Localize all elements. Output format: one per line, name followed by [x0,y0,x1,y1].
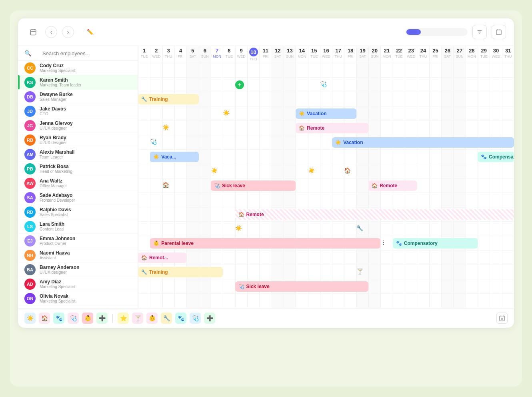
cal-cell[interactable] [211,78,223,92]
cal-cell[interactable] [332,193,344,207]
cal-cell[interactable] [441,121,453,135]
cal-cell[interactable] [417,63,429,77]
cal-cell[interactable] [502,294,514,308]
cal-cell[interactable] [417,294,429,308]
cal-cell[interactable] [235,294,247,308]
cal-cell[interactable] [199,63,211,77]
cal-cell[interactable] [478,106,490,120]
cal-cell[interactable] [393,164,405,178]
employee-row-6[interactable]: RBRyan BradyUI/UX designer [18,133,138,147]
employee-row-4[interactable]: JDJake DavosCEO [18,104,138,118]
next-month-button[interactable]: › [62,26,74,38]
cal-cell[interactable] [174,222,186,236]
cal-cell[interactable] [259,222,271,236]
cal-cell[interactable] [211,63,223,77]
cal-cell[interactable] [478,265,490,279]
cal-cell[interactable] [332,164,344,178]
cal-cell[interactable] [247,78,259,92]
cal-cell[interactable] [211,193,223,207]
cal-cell[interactable] [272,135,284,149]
cal-cell[interactable] [284,121,296,135]
cal-cell[interactable] [417,106,429,120]
cal-cell[interactable] [284,106,296,120]
cal-cell[interactable] [199,135,211,149]
cal-cell[interactable] [235,193,247,207]
cal-cell[interactable] [502,92,514,106]
cal-cell[interactable] [478,78,490,92]
cal-cell[interactable] [405,92,417,106]
cal-cell[interactable] [223,135,235,149]
cal-cell[interactable] [393,222,405,236]
cal-cell[interactable] [320,178,332,192]
cal-cell[interactable] [380,265,392,279]
cal-cell[interactable] [490,265,502,279]
cal-cell[interactable] [405,193,417,207]
employee-row-13[interactable]: EJEmma JohnsonProduct Owner [18,234,138,248]
cal-cell[interactable] [150,106,162,120]
cal-cell[interactable] [259,63,271,77]
event-remote[interactable]: 🏠Remot... [138,253,186,263]
cal-cell[interactable] [356,193,368,207]
legend-vacation[interactable]: ☀️ [24,313,36,324]
cal-cell[interactable] [356,92,368,106]
tab-timeline[interactable] [452,29,466,35]
cal-cell[interactable] [478,294,490,308]
cal-cell[interactable] [296,150,308,164]
cal-cell[interactable] [296,294,308,308]
cal-cell[interactable] [393,106,405,120]
employee-row-7[interactable]: AMAlexis MarshallTeam Leader [18,147,138,162]
cal-cell[interactable] [259,135,271,149]
cal-cell[interactable] [162,106,174,120]
cal-cell[interactable] [174,63,186,77]
cal-cell[interactable] [150,164,162,178]
cal-cell[interactable] [174,135,186,149]
cal-cell[interactable] [356,251,368,265]
cal-cell[interactable] [247,121,259,135]
cal-cell[interactable] [441,78,453,92]
cal-cell[interactable] [441,251,453,265]
cal-cell[interactable] [453,164,465,178]
cal-cell[interactable] [150,193,162,207]
cal-cell[interactable] [490,294,502,308]
cal-cell[interactable] [296,193,308,207]
cal-cell[interactable] [320,294,332,308]
employee-row-14[interactable]: NHNaomi HaavaAssistant [18,248,138,263]
cal-cell[interactable] [393,63,405,77]
cal-cell[interactable] [284,251,296,265]
cal-cell[interactable] [247,251,259,265]
cal-cell[interactable] [380,294,392,308]
cal-cell[interactable] [186,207,198,221]
event-vacation[interactable]: ☀️Vacation [296,108,356,119]
cal-cell[interactable] [296,63,308,77]
cal-cell[interactable] [502,265,514,279]
cal-cell[interactable] [466,193,478,207]
employee-row-10[interactable]: SASade AdebayoFrontend Developer [18,190,138,205]
cal-cell[interactable] [417,193,429,207]
cal-cell[interactable] [356,178,368,192]
cal-cell[interactable] [453,106,465,120]
cal-cell[interactable] [380,164,392,178]
cal-cell[interactable] [320,164,332,178]
cal-cell[interactable] [466,294,478,308]
cal-cell[interactable] [272,150,284,164]
cal-cell[interactable] [308,251,320,265]
cal-cell[interactable] [356,106,368,120]
cal-cell[interactable] [332,150,344,164]
cal-cell[interactable] [235,92,247,106]
cal-cell[interactable] [405,121,417,135]
cal-cell[interactable] [393,78,405,92]
cal-cell[interactable] [211,150,223,164]
cal-cell[interactable] [247,193,259,207]
cal-cell[interactable] [441,106,453,120]
cal-cell[interactable] [490,222,502,236]
cal-cell[interactable] [272,251,284,265]
cal-cell[interactable] [284,78,296,92]
cal-cell[interactable] [150,207,162,221]
cal-cell[interactable] [332,222,344,236]
cal-cell[interactable] [332,265,344,279]
cal-cell[interactable] [138,236,150,250]
cal-cell[interactable] [186,294,198,308]
cal-cell[interactable] [211,251,223,265]
legend-add[interactable]: ➕ [96,313,108,324]
cal-cell[interactable] [429,63,441,77]
